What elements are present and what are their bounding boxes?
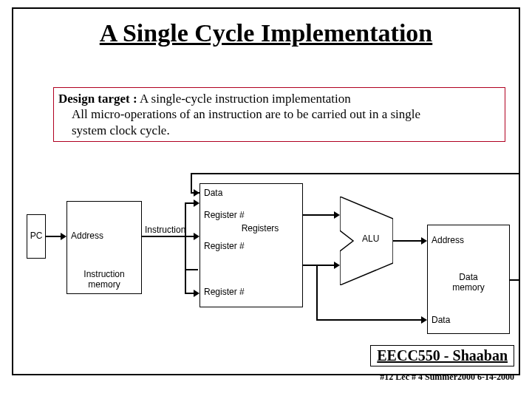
wire-instr-vert (185, 202, 186, 293)
course-footer: EECC550 - Shaaban (370, 345, 514, 366)
imem-label-1: Instruction (66, 269, 142, 279)
reg1-label: Register # (204, 210, 245, 220)
dataout-label: Data (432, 315, 450, 325)
datapath-diagram: PC Address Instruction memory Instructio… (27, 170, 525, 355)
design-line-3: system clock cycle. (72, 123, 500, 138)
design-target-box: Design target : A single-cycle instructi… (53, 87, 505, 142)
arrow-imem-reg (194, 233, 200, 240)
datain-label: Data (204, 188, 222, 198)
wire-fb-v2 (191, 173, 192, 192)
arrow-reg-alu-b (334, 262, 340, 269)
arrow-to-reg3 (194, 290, 200, 297)
slide-frame: A Single Cycle Implementation Design tar… (12, 7, 520, 375)
design-lead: Design target : (58, 92, 137, 106)
design-subtitle: A single-cycle instruction implementatio… (137, 92, 351, 106)
alu-label: ALU (362, 233, 379, 244)
arrow-to-reg1 (194, 200, 200, 207)
wire-fb-v1 (519, 173, 520, 281)
arrow-fb-data (194, 189, 200, 197)
wire-fb-top (191, 173, 520, 174)
wire-reg-alu-b-v (316, 265, 318, 319)
dmem-label-1: Data (427, 272, 510, 282)
address2-label: Address (432, 235, 464, 245)
pc-label: PC (27, 231, 46, 241)
registers-label: Registers (231, 223, 290, 233)
instruction-label: Instruction (145, 225, 185, 235)
footer-line: #12 Lec # 4 Summer2000 6-14-2000 (380, 372, 514, 383)
wire-pc-imem (46, 236, 62, 237)
arrow-alu-dmem (421, 237, 427, 245)
wire-to-data-port (316, 319, 426, 321)
arrow-reg-alu-a (334, 211, 340, 219)
reg3-label: Register # (204, 287, 245, 297)
dmem-label-2: memory (427, 282, 510, 293)
wire-alu-dmem (393, 240, 424, 242)
design-line-1: Design target : A single-cycle instructi… (58, 91, 500, 106)
wire-imem-reg (142, 236, 198, 237)
arrow-to-data-port (421, 316, 427, 324)
page-title: A Single Cycle Implementation (13, 19, 519, 47)
imem-label-2: memory (66, 279, 142, 290)
arrow-pc-imem (61, 233, 66, 240)
address1-label: Address (71, 231, 103, 241)
wire-reg-alu-a (303, 214, 338, 216)
design-line-2: All micro-operations of an instruction a… (72, 106, 500, 122)
reg2-label: Register # (204, 241, 245, 251)
wire-reg-alu-b (303, 265, 318, 266)
wire-to-data (185, 269, 198, 270)
